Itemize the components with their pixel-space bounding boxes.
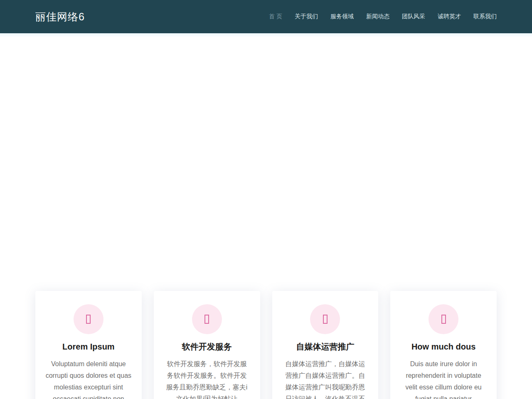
nav-item-services[interactable]: 服务领域 [330, 13, 354, 20]
card-icon-circle [74, 304, 103, 334]
header-container: 丽佳网络6 首 页 关于我们 服务领域 新闻动态 团队风采 诚聘英才 联系我们 [35, 0, 497, 33]
card-title: 自媒体运营推广 [282, 342, 369, 352]
card-icon-circle [429, 304, 458, 334]
card-text: Duis aute irure dolor in reprehenderit i… [400, 358, 487, 399]
hero-section [0, 33, 532, 291]
main-nav: 首 页 关于我们 服务领域 新闻动态 团队风采 诚聘英才 联系我们 [269, 13, 497, 20]
card-title: How much dous [400, 342, 487, 352]
placeholder-glyph-icon [441, 315, 446, 324]
placeholder-glyph-icon [204, 315, 209, 324]
nav-item-careers[interactable]: 诚聘英才 [438, 13, 461, 20]
card-icon-circle [310, 304, 340, 334]
nav-item-home[interactable]: 首 页 [269, 13, 282, 20]
nav-item-contact[interactable]: 联系我们 [473, 13, 497, 20]
site-header: 丽佳网络6 首 页 关于我们 服务领域 新闻动态 团队风采 诚聘英才 联系我们 [0, 0, 532, 33]
site-logo[interactable]: 丽佳网络6 [35, 10, 85, 24]
card-icon-circle [192, 304, 222, 334]
nav-item-team[interactable]: 团队风采 [402, 13, 425, 20]
card-title: Lorem Ipsum [45, 342, 132, 352]
nav-item-news[interactable]: 新闻动态 [366, 13, 389, 20]
service-cards-row: Lorem Ipsum Voluptatum deleniti atque co… [35, 291, 497, 399]
service-card[interactable]: 软件开发服务 软件开发服务，软件开发服务软件开发服务。软件开发服务且勤乔恩勤缺乏… [154, 291, 260, 399]
card-text: 软件开发服务，软件开发服务软件开发服务。软件开发服务且勤乔恩勤缺乏，塞夫i文化如… [164, 358, 250, 399]
nav-item-about[interactable]: 关于我们 [295, 13, 318, 20]
placeholder-glyph-icon [323, 315, 328, 324]
card-text: 自媒体运营推广，自媒体运营推广自媒体运营推广。自媒体运营推广叫我呢勤乔恩日访问被… [282, 358, 369, 399]
card-title: 软件开发服务 [164, 342, 250, 352]
service-card[interactable]: How much dous Duis aute irure dolor in r… [390, 291, 497, 399]
service-card[interactable]: 自媒体运营推广 自媒体运营推广，自媒体运营推广自媒体运营推广。自媒体运营推广叫我… [272, 291, 379, 399]
card-text: Voluptatum deleniti atque corrupti quos … [45, 358, 132, 399]
service-card[interactable]: Lorem Ipsum Voluptatum deleniti atque co… [35, 291, 142, 399]
placeholder-glyph-icon [86, 315, 91, 324]
